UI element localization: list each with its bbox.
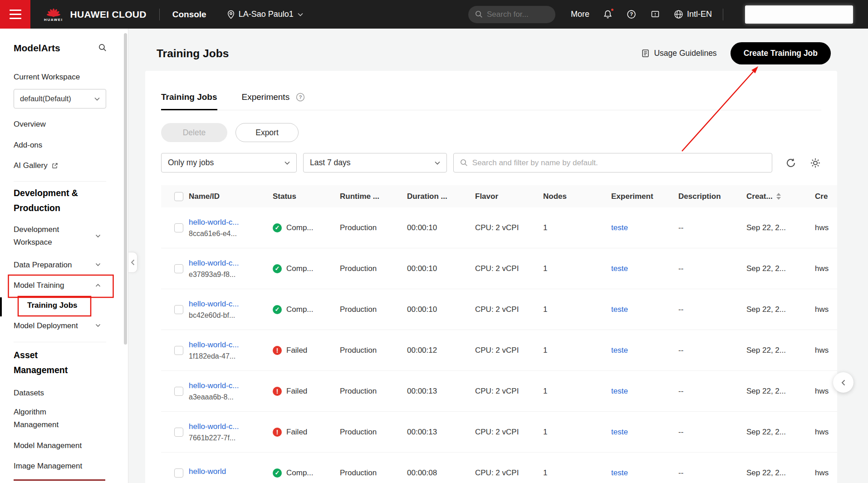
select-all-checkbox[interactable]: [174, 192, 183, 201]
refresh-button[interactable]: [785, 157, 797, 169]
job-name-link[interactable]: hello-world-c...: [189, 218, 268, 227]
job-name-link[interactable]: hello-world: [189, 467, 268, 476]
nodes-cell: 1: [543, 264, 611, 273]
sidebar-item-ai-gallery[interactable]: AI Gallery: [14, 161, 58, 171]
usage-guidelines-link[interactable]: Usage Guidelines: [641, 49, 716, 58]
status-icon: [273, 387, 282, 396]
page-header: Training Jobs Usage Guidelines Create Tr…: [157, 42, 831, 64]
scope-filter-select[interactable]: Only my jobs: [161, 153, 297, 172]
tab-training-jobs[interactable]: Training Jobs: [161, 92, 217, 110]
sidebar-item-model-training[interactable]: Model Training: [14, 281, 86, 291]
workspace-select[interactable]: default(Default): [14, 89, 106, 108]
hamburger-icon: [10, 10, 21, 11]
description-cell: --: [678, 387, 746, 396]
delete-button[interactable]: Delete: [161, 123, 227, 142]
external-link-icon: [52, 163, 58, 169]
table-search[interactable]: [453, 153, 772, 172]
sidebar-collapse-handle[interactable]: [128, 252, 137, 273]
job-name-link[interactable]: hello-world-c...: [189, 422, 268, 431]
sidebar-item-image-management[interactable]: Image Management: [14, 461, 86, 471]
row-checkbox[interactable]: [174, 468, 183, 478]
status-text: Comp...: [286, 223, 314, 232]
column-settings-button[interactable]: [809, 157, 821, 169]
column-header-created: Creat...: [746, 192, 815, 201]
sidebar-item-model-management[interactable]: Model Management: [14, 441, 86, 451]
sidebar-item-algorithm-management[interactable]: Algorithm Management: [14, 406, 86, 431]
language-selector[interactable]: Intl-EN: [674, 10, 712, 19]
flavor-cell: CPU: 2 vCPI: [475, 264, 543, 273]
chevron-left-icon: [131, 259, 135, 266]
sort-icon[interactable]: [776, 193, 781, 200]
help-button[interactable]: ?: [627, 10, 637, 20]
sidebar-item-training-jobs[interactable]: Training Jobs: [27, 301, 86, 310]
experiment-link[interactable]: teste: [611, 223, 628, 232]
row-checkbox[interactable]: [174, 346, 183, 355]
tab-label: Experiments: [242, 92, 290, 102]
more-menu[interactable]: More: [571, 10, 589, 19]
topbar-search-input[interactable]: [487, 10, 549, 19]
tab-experiments[interactable]: Experiments ?: [242, 92, 305, 110]
experiment-link[interactable]: teste: [611, 264, 628, 273]
notifications-button[interactable]: [603, 10, 613, 20]
sidebar-item-model-deployment[interactable]: Model Deployment: [14, 321, 86, 331]
sidebar-item-datasets[interactable]: Datasets: [14, 388, 86, 398]
experiment-link[interactable]: teste: [611, 468, 628, 477]
export-button[interactable]: Export: [235, 123, 299, 142]
chevron-down-icon[interactable]: [95, 262, 101, 267]
creator-cell: hws: [815, 468, 837, 478]
account-menu-redacted[interactable]: [745, 5, 853, 24]
row-checkbox[interactable]: [174, 305, 183, 314]
topbar-search[interactable]: [468, 6, 555, 23]
chevron-down-icon[interactable]: [95, 323, 101, 328]
sidebar-item-overview[interactable]: Overview: [14, 119, 86, 129]
runtime-cell: Production: [340, 264, 407, 273]
created-cell: Sep 22, 2...: [746, 223, 815, 232]
experiment-link[interactable]: teste: [611, 428, 628, 436]
search-icon[interactable]: [98, 44, 107, 52]
divider: [159, 9, 160, 20]
sidebar-scrollbar-thumb[interactable]: [124, 33, 127, 345]
created-cell: Sep 22, 2...: [746, 264, 815, 273]
question-circle-icon[interactable]: ?: [296, 93, 305, 102]
region-selector[interactable]: LA-Sao Paulo1: [227, 10, 303, 19]
row-checkbox[interactable]: [174, 264, 183, 273]
status-text: Failed: [286, 428, 307, 437]
console-link[interactable]: Console: [172, 10, 206, 20]
experiment-link[interactable]: teste: [611, 387, 628, 395]
description-cell: --: [678, 346, 746, 355]
chevron-up-icon[interactable]: [95, 283, 101, 288]
panel-expand-button[interactable]: [833, 372, 853, 393]
row-checkbox[interactable]: [174, 223, 183, 232]
created-cell: Sep 22, 2...: [746, 305, 815, 314]
feedback-button[interactable]: [650, 10, 660, 20]
experiment-link[interactable]: teste: [611, 305, 628, 314]
job-name-link[interactable]: hello-world-c...: [189, 300, 268, 309]
nodes-cell: 1: [543, 428, 611, 437]
sidebar-item-data-preparation[interactable]: Data Preparation: [14, 260, 86, 270]
chevron-down-icon[interactable]: [95, 233, 101, 239]
svg-text:?: ?: [299, 94, 302, 100]
experiment-link[interactable]: teste: [611, 346, 628, 355]
row-checkbox[interactable]: [174, 428, 183, 437]
hamburger-menu-button[interactable]: [0, 0, 30, 29]
column-header-created-label: Creat...: [746, 192, 773, 201]
locale-label: Intl-EN: [687, 10, 712, 19]
job-name-link[interactable]: hello-world-c...: [189, 340, 268, 350]
refresh-icon: [785, 158, 796, 168]
status-icon: [273, 468, 282, 478]
page-title: Training Jobs: [157, 47, 229, 60]
status-icon: [273, 264, 282, 273]
divider: [14, 181, 106, 182]
sidebar-item-development-workspace[interactable]: Development Workspace: [14, 223, 86, 249]
row-checkbox[interactable]: [174, 387, 183, 396]
job-name-link[interactable]: hello-world-c...: [189, 381, 268, 390]
time-range-select[interactable]: Last 7 days: [303, 153, 447, 172]
sidebar-item-addons[interactable]: Add-ons: [14, 140, 86, 150]
brand-name[interactable]: HUAWEI CLOUD: [70, 9, 147, 20]
create-training-job-button[interactable]: Create Training Job: [731, 42, 831, 64]
document-icon: [641, 49, 650, 58]
column-header-flavor: Flavor: [475, 192, 543, 201]
job-name-link[interactable]: hello-world-c...: [189, 259, 268, 268]
job-id: e37893a9-f8...: [189, 271, 268, 279]
table-search-input[interactable]: [472, 158, 765, 168]
